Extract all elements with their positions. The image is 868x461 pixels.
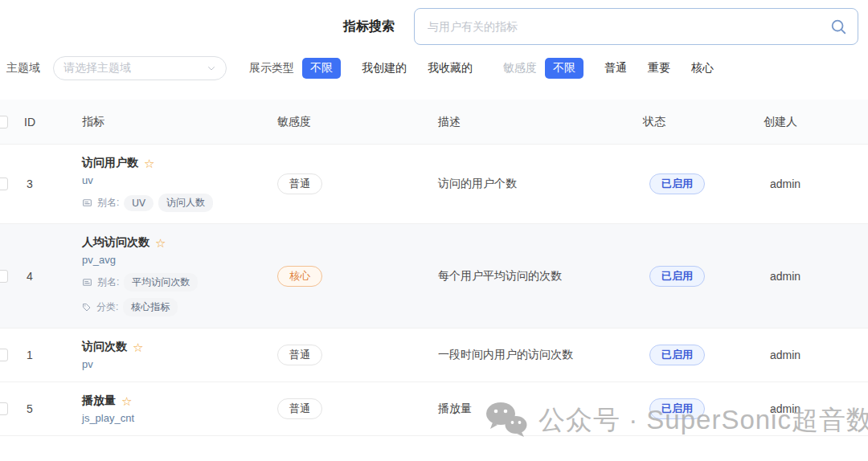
id-card-icon xyxy=(82,277,92,288)
status-cell: 已启用 xyxy=(643,398,764,419)
table-row[interactable]: 3访问用户数☆uv别名:UV访问人数普通访问的用户个数已启用admin xyxy=(0,145,868,224)
display-type-option-0[interactable]: 不限 xyxy=(302,58,341,79)
status-badge: 已启用 xyxy=(649,173,705,194)
metric-cell: 访问次数☆pv xyxy=(82,328,277,381)
metric-name-line: 访问用户数☆ xyxy=(82,156,277,170)
star-icon[interactable]: ☆ xyxy=(133,341,143,353)
table-header-row: ID指标敏感度描述状态创建人 xyxy=(0,100,868,145)
metric-code: js_play_cnt xyxy=(82,412,277,424)
category-tag: 核心指标 xyxy=(123,298,178,316)
metric-cell: 人均访问次数☆pv_avg别名:平均访问次数分类:核心指标 xyxy=(82,224,277,328)
status-cell: 已启用 xyxy=(643,173,764,194)
metric-name[interactable]: 访问用户数 xyxy=(82,156,138,170)
metrics-table: ID指标敏感度描述状态创建人 3访问用户数☆uv别名:UV访问人数普通访问的用户… xyxy=(0,100,868,436)
metric-creator: admin xyxy=(764,402,868,415)
row-checkbox-cell xyxy=(0,382,24,435)
status-cell: 已启用 xyxy=(643,345,764,365)
display-type-options: 不限我创建的我收藏的 xyxy=(302,58,473,79)
table-row[interactable]: 5播放量☆js_play_cnt普通播放量已启用admin xyxy=(0,382,868,436)
row-checkbox[interactable] xyxy=(0,349,8,361)
alias-tag: 访问人数 xyxy=(158,194,213,212)
sensitivity-badge: 核心 xyxy=(277,266,322,287)
domain-select[interactable]: 请选择主题域 xyxy=(53,56,227,80)
status-badge: 已启用 xyxy=(649,398,705,419)
row-checkbox-cell xyxy=(0,328,24,381)
sensitivity-cell: 普通 xyxy=(277,398,438,419)
metric-creator: admin xyxy=(764,270,868,283)
search-icon[interactable] xyxy=(829,18,847,35)
display-type-option-1[interactable]: 我创建的 xyxy=(362,61,407,75)
metric-name-line: 访问次数☆ xyxy=(82,340,277,354)
search-box xyxy=(414,8,858,45)
metric-name[interactable]: 播放量 xyxy=(82,394,116,408)
row-checkbox[interactable] xyxy=(0,402,8,415)
column-header-2: 敏感度 xyxy=(277,115,438,129)
row-checkbox[interactable] xyxy=(0,177,8,190)
column-header-1: 指标 xyxy=(82,115,277,129)
chevron-down-icon xyxy=(207,63,216,73)
metric-name[interactable]: 访问次数 xyxy=(82,340,127,354)
row-checkbox-cell xyxy=(0,145,24,223)
metric-name[interactable]: 人均访问次数 xyxy=(82,235,149,250)
metric-creator: admin xyxy=(764,177,868,190)
category-line: 分类:核心指标 xyxy=(82,298,277,316)
metric-description: 一段时间内用户的访问次数 xyxy=(438,348,643,362)
column-header-0: ID xyxy=(24,116,82,129)
alias-line: 别名:平均访问次数 xyxy=(82,273,277,292)
column-header-3: 描述 xyxy=(438,115,643,129)
metric-search-page: 指标搜索 主题域 请选择主题域 展示类型 不限我创建的我收藏的 敏感度 不限普通… xyxy=(0,0,868,461)
star-icon[interactable]: ☆ xyxy=(121,395,132,407)
alias-tag: 平均访问次数 xyxy=(124,273,198,292)
sensitivity-option-2[interactable]: 重要 xyxy=(648,61,670,75)
metric-code: pv xyxy=(82,358,277,370)
table-body: 3访问用户数☆uv别名:UV访问人数普通访问的用户个数已启用admin4人均访问… xyxy=(0,145,868,436)
category-label: 分类: xyxy=(96,300,118,314)
select-all-checkbox[interactable] xyxy=(0,116,8,129)
metric-name-line: 人均访问次数☆ xyxy=(82,235,277,250)
star-icon[interactable]: ☆ xyxy=(144,157,154,169)
sensitivity-badge: 普通 xyxy=(277,398,322,419)
alias-label: 别名: xyxy=(97,275,119,289)
table-row[interactable]: 4人均访问次数☆pv_avg别名:平均访问次数分类:核心指标核心每个用户平均访问… xyxy=(0,224,868,328)
table-row[interactable]: 1访问次数☆pv普通一段时间内用户的访问次数已启用admin xyxy=(0,328,868,382)
alias-label: 别名: xyxy=(97,196,119,210)
metric-code: uv xyxy=(82,174,277,186)
search-bar: 指标搜索 xyxy=(0,0,868,45)
alias-line: 别名:UV访问人数 xyxy=(82,194,277,212)
alias-tag: UV xyxy=(124,195,154,211)
column-header-4: 状态 xyxy=(643,115,764,129)
tag-icon xyxy=(82,303,92,312)
sensitivity-options: 不限普通重要核心 xyxy=(545,58,714,79)
sensitivity-option-3[interactable]: 核心 xyxy=(691,61,714,75)
status-badge: 已启用 xyxy=(649,266,705,287)
metric-id: 3 xyxy=(24,177,82,190)
display-type-filter-label: 展示类型 xyxy=(249,61,294,75)
metric-description: 播放量 xyxy=(438,402,643,416)
star-icon[interactable]: ☆ xyxy=(155,237,166,249)
domain-filter-label: 主题域 xyxy=(6,61,40,75)
metric-id: 4 xyxy=(24,270,82,283)
filter-bar: 主题域 请选择主题域 展示类型 不限我创建的我收藏的 敏感度 不限普通重要核心 xyxy=(0,56,868,80)
search-label: 指标搜索 xyxy=(343,18,395,35)
sensitivity-cell: 核心 xyxy=(277,266,438,287)
search-input[interactable] xyxy=(414,8,858,45)
sensitivity-cell: 普通 xyxy=(277,173,438,194)
status-badge: 已启用 xyxy=(649,345,705,365)
row-checkbox[interactable] xyxy=(0,270,8,283)
metric-name-line: 播放量☆ xyxy=(82,394,277,408)
sensitivity-option-1[interactable]: 普通 xyxy=(604,61,627,75)
display-type-option-2[interactable]: 我收藏的 xyxy=(428,61,473,75)
metric-creator: admin xyxy=(764,349,868,361)
metric-id: 5 xyxy=(24,402,82,415)
metric-description: 每个用户平均访问的次数 xyxy=(438,269,643,284)
column-header-5: 创建人 xyxy=(764,115,868,129)
metric-cell: 播放量☆js_play_cnt xyxy=(82,382,277,435)
sensitivity-cell: 普通 xyxy=(277,345,438,365)
status-cell: 已启用 xyxy=(643,266,764,287)
metric-description: 访问的用户个数 xyxy=(438,177,643,191)
sensitivity-option-0[interactable]: 不限 xyxy=(545,58,583,79)
sensitivity-badge: 普通 xyxy=(277,173,322,194)
sensitivity-filter-label: 敏感度 xyxy=(503,61,537,75)
header-checkbox-cell xyxy=(0,100,24,144)
metric-id: 1 xyxy=(24,349,82,361)
